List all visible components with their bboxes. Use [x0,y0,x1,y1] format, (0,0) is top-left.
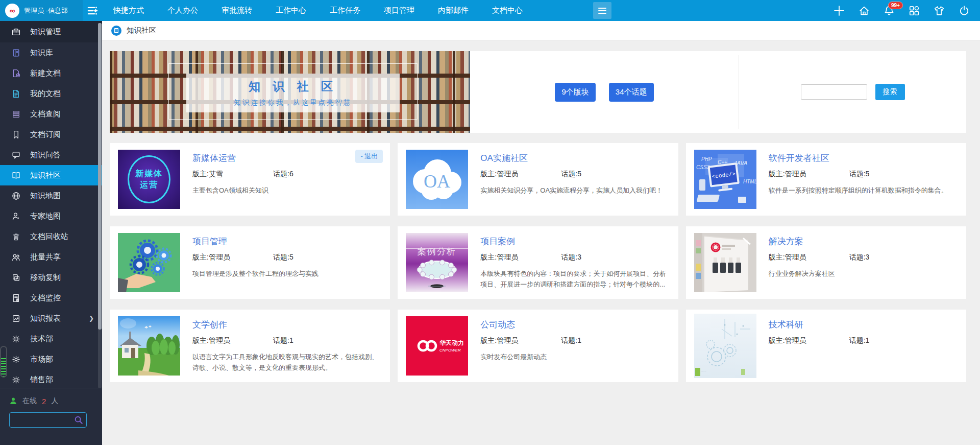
nav-item-7[interactable]: 内部邮件 [438,6,469,15]
nav-item-6[interactable]: 项目管理 [384,6,414,15]
card-title-link[interactable]: 技术科研 [769,319,803,331]
card-description: 行业业务解决方案社区 [769,268,870,279]
card-topic-count: 话题:6 [273,170,293,178]
card-info: 项目管理版主:管理员话题:5项目管理是涉及整个软件工程的理念与实践 [192,232,318,293]
nav-item-1[interactable]: 快捷方式 [113,6,144,15]
card-title-link[interactable]: OA实施社区 [480,152,528,164]
card-meta: 版主:管理员话题:5 [192,253,318,262]
sidebar-item-15[interactable]: 技术部 [0,329,102,349]
card-thumbnail-lit [118,316,180,376]
gear-icon [12,376,20,384]
sidebar-footer: 在线 2 人 [0,388,102,445]
community-card-2[interactable]: OAOA实施社区版主:管理员话题:5实施相关知识分享，OA实施流程分享，实施人员… [398,143,678,216]
notifications-bell-icon[interactable]: 99+ [884,5,895,16]
card-moderator: 版主:管理员 [769,253,849,262]
sidebar-item-10[interactable]: 文档回收站 [0,226,102,247]
panel-drag-handle[interactable] [0,346,7,378]
nav-item-4[interactable]: 工作中心 [276,6,306,15]
svg-text:OA: OA [424,171,450,192]
community-card-7[interactable]: 文学创作版主:管理员话题:1以语言文字为工具形象化地反映客观与现实的艺术，包括戏… [110,310,390,382]
community-card-9[interactable]: ∙∙∙∙∙∙技术科研版主:管理员话题:1 [686,310,966,382]
sidebar-item-17[interactable]: 销售部 [0,369,102,388]
sidebar-item-16[interactable]: 市场部 [0,349,102,369]
card-title-link[interactable]: 项目案例 [480,236,515,247]
sidebar-item-7[interactable]: 知识社区 [0,165,102,185]
expert-icon [12,212,20,221]
card-title-link[interactable]: 公司动态 [480,319,515,331]
gear-icon [12,355,20,364]
card-description: 实施相关知识分享，OA实施流程分享，实施人员加入我们吧！ [480,185,663,196]
card-title-link[interactable]: 解决方案 [769,236,803,247]
sidebar-item-13[interactable]: 文档监控 [0,288,102,308]
sidebar-item-label: 文档订阅 [30,130,61,139]
banner-subtitle: 知识连接你我，从这里点亮智慧 [234,98,352,107]
card-thumbnail-sol [694,233,756,292]
add-icon[interactable] [834,5,845,16]
card-info: 技术科研版主:管理员话题:1 [769,316,870,376]
sidebar-item-11[interactable]: 批量共享 [0,247,102,267]
globe-icon [12,192,20,200]
sidebar-item-12[interactable]: 移动复制 [0,267,102,288]
card-thumbnail-case: 案例分析 [406,233,468,292]
power-logout-icon[interactable] [959,5,970,16]
card-title-link[interactable]: 项目管理 [192,236,227,247]
nav-item-5[interactable]: 工作任务 [330,6,360,15]
sidebar-item-14[interactable]: 知识报表❯ [0,308,102,329]
nav-item-3[interactable]: 审批流转 [222,6,252,15]
nav-more-button[interactable] [593,2,611,19]
sidebar-item-9[interactable]: 专家地图 [0,206,102,226]
nav-item-8[interactable]: 文档中心 [492,6,523,15]
sidebar-item-1[interactable]: 知识库 [0,42,102,63]
online-status: 在线 2 人 [9,396,93,406]
stat-badge-1[interactable]: 9个版块 [555,83,595,102]
community-card-8[interactable]: 华天动力CNPOWER公司动态版主:管理员话题:1实时发布公司最新动态 [398,310,678,382]
sidebar-item-label: 移动复制 [30,273,61,283]
sidebar-item-2[interactable]: 新建文档 [0,63,102,83]
nav-item-2[interactable]: 个人办公 [167,6,198,15]
company-logo-icon[interactable]: ∞ [5,4,19,18]
stat-badge-2[interactable]: 34个话题 [609,83,654,102]
apps-grid-icon[interactable] [909,5,920,16]
card-topic-count: 话题:5 [273,253,293,261]
card-thumbnail-cn: 华天动力CNPOWER [406,316,468,376]
card-title-link[interactable]: 新媒体运营 [192,152,236,164]
sidebar-header-knowledge-management[interactable]: 知识管理 [0,21,102,42]
search-button[interactable]: 搜索 [875,84,905,100]
sidebar-item-label: 专家地图 [30,212,61,221]
share-users-icon [12,253,20,262]
theme-shirt-icon[interactable] [934,5,945,16]
sidebar-item-label: 市场部 [30,355,53,364]
breadcrumb: 知识社区 [102,21,980,40]
community-card-3[interactable]: PHPC++JAVACSS3HTML<code/>软件开发者社区版主:管理员话题… [686,143,966,216]
community-card-5[interactable]: 案例分析项目案例版主:管理员话题:3本版块具有特色的内容：项目的要求；关于如何开… [398,226,678,299]
card-moderator: 版主:管理员 [769,170,849,179]
online-suffix: 人 [51,396,58,406]
sidebar-scrollbar-track[interactable] [98,23,102,388]
sidebar-scrollbar-thumb[interactable] [98,23,102,330]
search-icon[interactable] [74,415,83,425]
home-icon[interactable] [859,5,870,16]
sidebar-item-5[interactable]: 文档订阅 [0,124,102,145]
svg-text:HTML: HTML [743,179,756,184]
card-title-link[interactable]: 文学创作 [192,319,227,331]
trash-icon [12,232,20,241]
sidebar-item-3[interactable]: 我的文档 [0,83,102,104]
sidebar-toggle-icon[interactable] [86,4,99,17]
sidebar-item-6[interactable]: 知识问答 [0,145,102,165]
card-info: 解决方案版主:管理员话题:3行业业务解决方案社区 [769,232,870,293]
sidebar-item-4[interactable]: 文档查阅 [0,104,102,124]
community-card-4[interactable]: 项目管理版主:管理员话题:5项目管理是涉及整个软件工程的理念与实践 [110,226,390,299]
card-info: 软件开发者社区版主:管理员话题:5软件是一系列按照特定顺序组织的计算机数据和指令… [769,149,948,209]
card-info: 新媒体运营版主:艾雪话题:6主要包含OA领域相关知识 [192,149,293,209]
page-title: 知识社区 [127,26,156,35]
sidebar-item-label: 销售部 [30,375,53,385]
community-search-input[interactable] [801,84,867,100]
card-title-link[interactable]: 软件开发者社区 [769,152,829,164]
logo-glyph: ∞ [10,7,15,14]
card-description: 软件是一系列按照特定顺序组织的计算机数据和指令的集合。 [769,185,948,196]
card-moderator: 版主:管理员 [192,336,273,345]
sidebar-item-8[interactable]: 知识地图 [0,185,102,206]
community-card-6[interactable]: 解决方案版主:管理员话题:3行业业务解决方案社区 [686,226,966,299]
community-card-1[interactable]: 新媒体运营新媒体运营版主:艾雪话题:6主要包含OA领域相关知识- 退出 [110,143,390,216]
exit-community-button[interactable]: - 退出 [355,150,383,163]
